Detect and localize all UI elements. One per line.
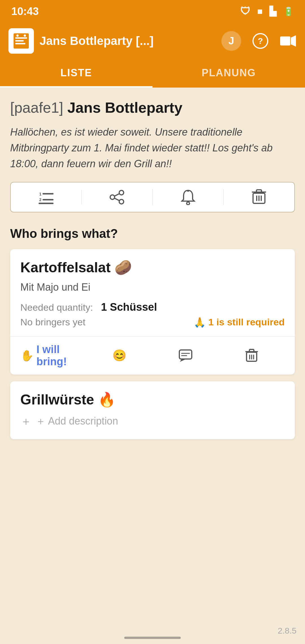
app-header: Jans Bottleparty [...] J ? [0,23,305,59]
svg-rect-9 [280,36,290,45]
add-description-button[interactable]: ＋ ＋ Add description [20,414,285,439]
item-quantity-kartoffelsalat: Needed quantity: 1 Schüssel [20,301,285,313]
item-title-grillwuerste: Grillwürste 🔥 [20,391,285,408]
svg-point-18 [119,199,124,204]
emoji-icon: 😊 [112,349,127,362]
help-button[interactable]: ? [252,33,268,49]
item-status-row-kartoffelsalat: No bringers yet 🙏 1 is still required [20,317,285,328]
share-button[interactable] [82,189,152,205]
video-button[interactable] [280,34,297,48]
wifi-icon: ■ [257,6,263,17]
item-card-grillwuerste: Grillwürste 🔥 ＋ ＋ Add description [10,381,295,439]
delete-item-button-kartoffelsalat[interactable] [219,349,285,362]
home-indicator [124,637,181,639]
svg-rect-35 [249,349,254,352]
quantity-label: Needed quantity: [20,302,93,313]
person-j-button[interactable]: J [221,31,241,51]
signal-icon: ▙ [269,6,276,17]
no-bringers-label: No bringers yet [20,317,86,328]
svg-line-20 [115,198,119,201]
svg-point-16 [119,190,124,195]
event-tag: [paafe1] [10,99,63,116]
tab-liste[interactable]: LISTE [0,59,152,88]
still-required-badge: 🙏 1 is still required [194,317,285,328]
quantity-value: 1 Schüssel [101,301,157,313]
svg-point-6 [24,34,26,37]
still-required-text: 1 is still required [208,317,285,328]
svg-marker-10 [291,35,296,47]
svg-text:1: 1 [39,192,42,196]
status-bar-left: 10:43 [11,5,39,18]
header-title: Jans Bottleparty [...] [40,34,216,48]
version-label: 2.8.5 [278,626,297,636]
svg-text:2: 2 [39,197,42,202]
status-time: 10:43 [11,5,39,18]
svg-text:?: ? [258,36,263,45]
list-format-button[interactable]: 1 2 [11,190,82,204]
comment-button[interactable] [152,349,219,362]
svg-point-21 [187,202,189,205]
item-title-kartoffelsalat: Kartoffelsalat 🥔 [20,259,285,276]
add-description-icon: ＋ [20,414,32,429]
svg-point-17 [110,195,115,199]
event-name: Jans Bottleparty [67,99,182,116]
item-card-kartoffelsalat: Kartoffelsalat 🥔 Mit Majo und Ei Needed … [10,249,295,375]
svg-rect-4 [15,43,25,44]
svg-point-5 [16,34,19,37]
bell-button[interactable] [153,189,224,205]
app-icon [8,28,34,54]
svg-rect-25 [256,190,262,192]
header-actions: J ? [221,31,297,51]
status-bar: 10:43 🛡 ■ ▙ 🔋 [0,0,305,23]
shield-icon: 🛡 [240,5,250,17]
svg-rect-29 [179,350,192,359]
item-card-actions-kartoffelsalat: ✋ I will bring! 😊 [20,337,285,375]
event-description: Hallöchen, es ist wieder soweit. Unsere … [10,124,295,171]
i-will-bring-button[interactable]: ✋ I will bring! [20,343,86,368]
delete-event-button[interactable] [224,189,294,205]
add-description-label: ＋ Add description [36,414,118,428]
item-description-kartoffelsalat: Mit Majo und Ei [20,281,285,293]
status-bar-right: 🛡 ■ ▙ 🔋 [240,5,294,17]
tab-bar: LISTE PLANUNG [0,59,305,88]
section-title: Who brings what? [10,227,295,241]
tab-planung[interactable]: PLANUNG [152,59,305,88]
battery-icon: 🔋 [283,6,294,16]
bring-label: I will bring! [36,343,86,368]
svg-rect-3 [15,40,24,42]
event-title: [paafe1] Jans Bottleparty [10,99,295,116]
bring-icon: ✋ [20,349,34,362]
svg-line-19 [115,194,119,196]
emoji-reaction-button[interactable]: 😊 [86,349,152,362]
svg-point-22 [187,190,189,192]
svg-rect-2 [15,37,27,39]
event-action-bar: 1 2 [10,182,295,212]
still-required-emoji: 🙏 [194,317,206,328]
page-content: [paafe1] Jans Bottleparty Hallöchen, es … [0,88,305,457]
